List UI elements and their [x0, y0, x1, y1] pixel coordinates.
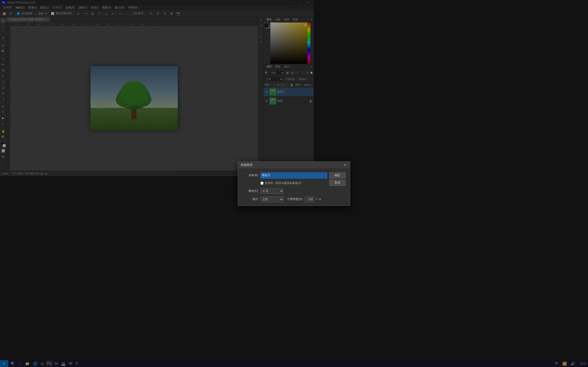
dialog-name-label: 名称(N):	[242, 173, 259, 176]
dialog-titlebar: 新建图层 ✕	[238, 161, 314, 169]
dialog-title: 新建图层	[241, 163, 253, 167]
dialog-content: 名称(N): 使用前一图层创建剪贴蒙版(P) 颜色(C): ✕ 无 模式: 正常	[238, 169, 314, 176]
dialog-name-row: 名称(N):	[242, 173, 314, 176]
new-layer-dialog: 新建图层 ✕ 名称(N): 使用前一图层创建剪贴蒙版(P) 颜色(C): ✕ 无	[238, 161, 314, 176]
dialog-overlay: 新建图层 ✕ 名称(N): 使用前一图层创建剪贴蒙版(P) 颜色(C): ✕ 无	[0, 0, 314, 176]
dialog-name-input[interactable]	[260, 173, 314, 176]
